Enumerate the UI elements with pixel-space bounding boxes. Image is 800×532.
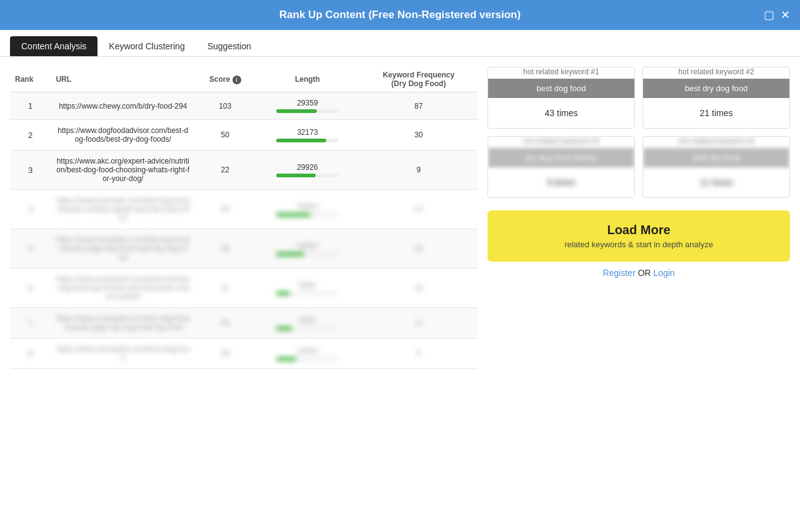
frequency-cell: 9	[360, 150, 478, 190]
minimize-button[interactable]: ▢	[764, 9, 774, 21]
title-bar: Rank Up Content (Free Non-Registered ver…	[0, 0, 800, 30]
length-cell: 18000	[255, 229, 359, 268]
register-link[interactable]: Register	[602, 268, 635, 278]
table-row: 5https://www.example2.com/top-dog-food-b…	[10, 229, 478, 268]
table-row: 2https://www.dogfoodadvisor.com/best-dog…	[10, 120, 478, 150]
keyword-card-3: hot related keyword #3 dry dog food bran…	[488, 136, 635, 198]
rank-cell: 2	[10, 120, 51, 150]
keyword-4-body: 11 times	[643, 167, 789, 197]
tab-suggestion[interactable]: Suggestion	[196, 36, 262, 56]
col-rank: Rank	[10, 67, 51, 92]
length-cell: 12000	[255, 338, 359, 369]
login-link[interactable]: Login	[653, 268, 674, 278]
url-cell: https://www.example4.com/dry-dog-food-br…	[51, 308, 195, 338]
length-cell: 32173	[255, 120, 359, 150]
score-cell: 103	[195, 92, 255, 120]
keyword-card-1: hot related keyword #1 best dog food 43 …	[488, 67, 635, 129]
col-url: URL	[51, 67, 195, 92]
score-cell: 31	[195, 268, 255, 308]
keyword-1-section-label: hot related keyword #1	[488, 67, 634, 76]
tabs-bar: Content Analysis Keyword Clustering Sugg…	[0, 30, 800, 57]
table-area: Rank URL Score i Length Keyword Frequenc…	[10, 67, 478, 369]
main-layout: Rank URL Score i Length Keyword Frequenc…	[0, 57, 800, 379]
keyword-3-body: 8 times	[488, 167, 634, 197]
rank-cell: 5	[10, 229, 51, 268]
score-cell: 22	[195, 150, 255, 190]
frequency-cell: 87	[360, 92, 478, 120]
keyword-2-section-label: hot related keyword #2	[643, 67, 789, 76]
table-row: 7https://www.example4.com/dry-dog-food-b…	[10, 308, 478, 338]
col-length: Length	[255, 67, 359, 92]
frequency-cell: 11	[360, 308, 478, 338]
frequency-cell: 8	[360, 338, 478, 369]
rank-cell: 7	[10, 308, 51, 338]
app-title: Rank Up Content (Free Non-Registered ver…	[279, 9, 521, 21]
load-more-button[interactable]: Load More related keywords & start in de…	[488, 210, 790, 262]
table-row: 1https://www.chewy.com/b/dry-food-294103…	[10, 92, 478, 120]
keyword-3-header: dry dog food brands	[488, 148, 634, 167]
frequency-cell: 20	[360, 229, 478, 268]
right-panel: hot related keyword #1 best dog food 43 …	[488, 67, 790, 369]
rank-cell: 1	[10, 92, 51, 120]
keyword-2-header: best dry dog food	[643, 79, 789, 98]
table-row: 8https://www.example5.com/best-dog-food3…	[10, 338, 478, 369]
length-cell: 29359	[255, 92, 359, 120]
rank-cell: 4	[10, 190, 51, 229]
frequency-cell: 30	[360, 120, 478, 150]
length-cell: 29926	[255, 150, 359, 190]
title-bar-controls: ▢ ✕	[764, 9, 790, 21]
keyword-card-4: hot related keyword #4 best dry food 11 …	[642, 136, 790, 198]
url-cell: https://www.example2.com/top-dog-food-br…	[51, 229, 195, 268]
table-row: 3https://www.akc.org/expert-advice/nutri…	[10, 150, 478, 190]
length-cell: 9000	[255, 308, 359, 338]
score-cell: 38	[195, 229, 255, 268]
score-info-icon[interactable]: i	[232, 76, 241, 84]
url-cell: https://www.example3.com/best-reviews-do…	[51, 268, 195, 308]
keyword-1-header: best dog food	[488, 79, 634, 98]
url-cell[interactable]: https://www.dogfoodadvisor.com/best-dog-…	[51, 120, 195, 150]
load-more-title: Load More	[488, 223, 790, 237]
url-cell[interactable]: https://www.akc.org/expert-advice/nutrit…	[51, 150, 195, 190]
tab-keyword-clustering[interactable]: Keyword Clustering	[98, 36, 196, 56]
keyword-2-body: 21 times	[643, 98, 789, 128]
register-login-text: Register OR Login	[602, 268, 674, 278]
col-keyword-freq: Keyword Frequency (Dry Dog Food)	[360, 67, 478, 92]
score-cell: 36	[195, 338, 255, 369]
url-cell: https://www.example.com/best-dog-food-br…	[51, 190, 195, 229]
keyword-4-section-label: hot related keyword #4	[643, 137, 789, 145]
score-cell: 44	[195, 308, 255, 338]
keyword-cards-row-bottom: hot related keyword #3 dry dog food bran…	[488, 136, 790, 198]
score-cell: 50	[195, 120, 255, 150]
load-more-sub: related keywords & start in depth analyz…	[488, 240, 790, 249]
tab-content-analysis[interactable]: Content Analysis	[10, 36, 98, 56]
score-cell: 40	[195, 190, 255, 229]
keyword-4-header: best dry food	[643, 148, 789, 167]
frequency-cell: 16	[360, 268, 478, 308]
url-cell[interactable]: https://www.chewy.com/b/dry-food-294	[51, 92, 195, 120]
frequency-cell: 14	[360, 190, 478, 229]
load-more-section: Load More related keywords & start in de…	[488, 210, 790, 278]
rank-cell: 6	[10, 268, 51, 308]
length-cell: 8000	[255, 268, 359, 308]
rank-cell: 3	[10, 150, 51, 190]
keyword-card-2: hot related keyword #2 best dry dog food…	[642, 67, 790, 129]
url-cell: https://www.example5.com/best-dog-food	[51, 338, 195, 369]
close-button[interactable]: ✕	[781, 9, 790, 21]
content-table: Rank URL Score i Length Keyword Frequenc…	[10, 67, 478, 369]
length-cell: 25000	[255, 190, 359, 229]
keyword-1-body: 43 times	[488, 98, 634, 128]
table-row: 4https://www.example.com/best-dog-food-b…	[10, 190, 478, 229]
col-score: Score i	[195, 67, 255, 92]
table-row: 6https://www.example3.com/best-reviews-d…	[10, 268, 478, 308]
keyword-cards-row-top: hot related keyword #1 best dog food 43 …	[488, 67, 790, 129]
keyword-3-section-label: hot related keyword #3	[488, 137, 634, 145]
rank-cell: 8	[10, 338, 51, 369]
